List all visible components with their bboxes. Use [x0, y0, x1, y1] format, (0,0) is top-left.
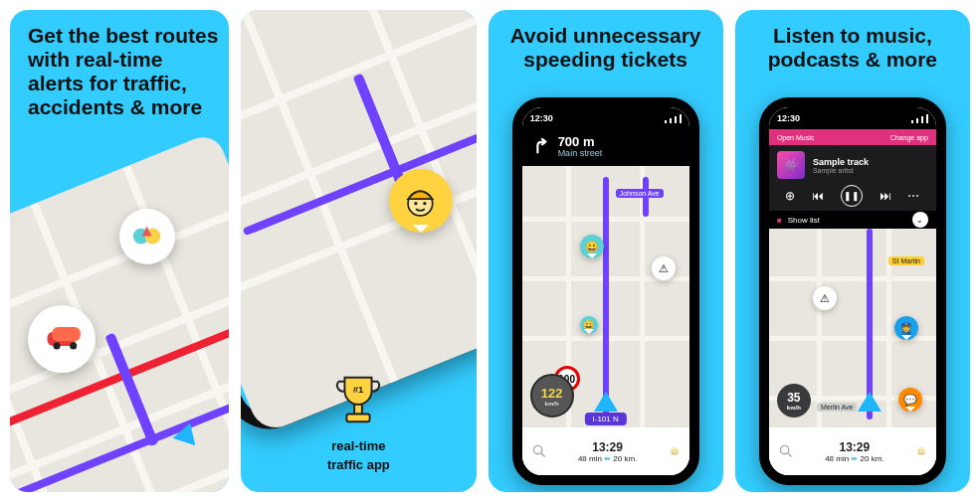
- trip-time: 48 min: [825, 454, 849, 463]
- speed-badge: 35 km/h: [777, 384, 811, 418]
- signal-icon: [911, 114, 928, 123]
- road-pill: I-101 N: [585, 413, 627, 425]
- eta: 13:29: [825, 440, 884, 454]
- trophy-icon: #1: [329, 370, 387, 431]
- more-button[interactable]: ⋯: [907, 189, 919, 203]
- nav-street: Main street: [558, 148, 603, 158]
- headline-1: Get the best routes with real-time alert…: [28, 24, 219, 120]
- prev-track-button[interactable]: ⏮: [812, 189, 824, 203]
- headline-3: Avoid unnecessary speeding tickets: [489, 24, 723, 72]
- trophy-badge: #1 real-time traffic app: [241, 370, 476, 472]
- hazard-mini-pin-icon[interactable]: ⚠: [652, 256, 676, 280]
- bottom-bar: 13:29 48 min ⬌ 20 km. 😀: [769, 427, 936, 475]
- nav-arrow-icon: [594, 392, 618, 412]
- show-list-row[interactable]: ■ Show list ⌄: [769, 211, 936, 229]
- trophy-label-2: traffic app: [241, 458, 476, 472]
- svg-text:#1: #1: [353, 385, 364, 396]
- change-app-button[interactable]: Change app: [890, 134, 928, 141]
- clock: 12:30: [777, 113, 800, 123]
- play-pause-button[interactable]: ❚❚: [841, 185, 863, 207]
- worker-pin-icon: [389, 169, 453, 233]
- svg-point-6: [70, 343, 77, 350]
- chevron-down-icon[interactable]: ⌄: [912, 212, 928, 228]
- traffic-pin-icon: [28, 305, 96, 373]
- trip-time: 48 min: [578, 454, 602, 463]
- phone-mockup-3: Johnson Ave ⚠ 😀 😀 12:30 700 m Main stree…: [512, 97, 699, 485]
- search-icon[interactable]: [779, 444, 793, 458]
- turn-right-icon: [532, 138, 550, 156]
- promo-panel-1: Get the best routes with real-time alert…: [10, 10, 229, 492]
- music-header: Open Music Change app: [769, 129, 936, 145]
- street-label-top: Johnson Ave: [616, 189, 664, 198]
- svg-point-15: [780, 445, 788, 453]
- speed-value: 122: [541, 386, 563, 401]
- speed-unit: km/h: [787, 405, 801, 411]
- open-music-button[interactable]: Open Music: [777, 134, 814, 141]
- hazard-mini-pin-icon[interactable]: ⚠: [813, 286, 837, 310]
- promo-panel-3: Avoid unnecessary speeding tickets Johns…: [489, 10, 723, 492]
- clock: 12:30: [530, 113, 553, 123]
- wazer-icon[interactable]: 😀: [580, 235, 604, 258]
- wazer-icon-2[interactable]: 😀: [580, 316, 598, 334]
- trophy-label-1: real-time: [241, 439, 476, 453]
- promo-panel-2: #1 real-time traffic app: [241, 10, 476, 492]
- avatar-icon[interactable]: 😀: [670, 447, 680, 456]
- album-art[interactable]: 👾: [777, 151, 805, 179]
- street-label-a: St Martin: [888, 256, 924, 265]
- nav-card[interactable]: 700 m Main street: [522, 129, 689, 166]
- track-title: Sample track: [813, 157, 869, 167]
- next-track-button[interactable]: ⏭: [880, 189, 891, 203]
- svg-line-16: [788, 453, 792, 457]
- report-button[interactable]: 💬: [898, 388, 922, 412]
- svg-point-8: [414, 202, 417, 205]
- avatar-icon[interactable]: 😀: [916, 447, 926, 456]
- svg-rect-10: [355, 405, 363, 415]
- svg-point-13: [533, 445, 541, 453]
- speed-value: 35: [787, 391, 801, 405]
- svg-rect-4: [52, 327, 81, 341]
- police-pin-icon[interactable]: 👮: [894, 316, 918, 340]
- trip-dist: 20 km.: [613, 454, 637, 463]
- svg-point-5: [54, 343, 61, 350]
- phone-mockup-4: St Martin Merlin Ave ⚠ 👮 💬 12:30 Open Mu…: [759, 97, 946, 485]
- svg-line-14: [541, 453, 545, 457]
- track-artist: Sample artist: [813, 167, 869, 174]
- eta-block[interactable]: 13:29 48 min ⬌ 20 km.: [825, 440, 884, 463]
- promo-panel-4: Listen to music, podcasts & more St Mart…: [735, 10, 970, 492]
- hazard-pin-icon: [119, 209, 175, 264]
- eta: 13:29: [578, 440, 638, 454]
- notch: [571, 107, 641, 121]
- eta-block[interactable]: 13:29 48 min ⬌ 20 km.: [578, 440, 638, 463]
- speed-unit: km/h: [541, 401, 563, 407]
- search-icon[interactable]: [532, 444, 546, 458]
- signal-icon: [665, 114, 682, 123]
- nav-distance: 700 m: [558, 135, 603, 148]
- svg-point-9: [423, 202, 426, 205]
- headline-4: Listen to music, podcasts & more: [735, 24, 970, 72]
- notch: [818, 107, 887, 121]
- svg-rect-11: [347, 415, 370, 422]
- bottom-bar: 13:29 48 min ⬌ 20 km. 😀: [522, 427, 689, 475]
- music-panel: 👾 Sample track Sample artist ⊕ ⏮ ❚❚ ⏭ ⋯: [769, 145, 936, 211]
- street-label-b: Merlin Ave: [817, 403, 858, 412]
- trip-dist: 20 km.: [861, 454, 884, 463]
- show-list-label: Show list: [788, 216, 820, 225]
- add-button[interactable]: ⊕: [785, 189, 795, 203]
- speed-badge: 122 km/h: [530, 374, 574, 418]
- nav-arrow-icon: [858, 392, 882, 412]
